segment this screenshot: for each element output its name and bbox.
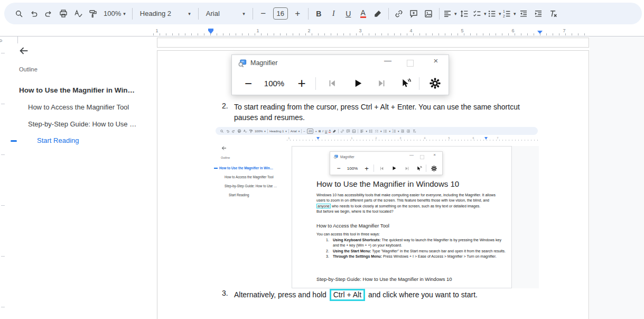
magnifier-window[interactable]: Magnifier — × − 100% + [231, 54, 449, 95]
previous-button[interactable] [323, 72, 341, 95]
skip-previous-icon [328, 79, 337, 88]
divider [338, 129, 339, 133]
line-spacing-button[interactable] [458, 6, 472, 21]
read-from-here-button[interactable] [396, 72, 416, 95]
link-icon [394, 9, 404, 19]
decrease-indent-icon [400, 129, 405, 133]
image-icon [424, 9, 433, 19]
embedded-screenshot-image[interactable]: 100%▾ Heading 1▾ Arial▾ − 20 + B I U A ▾… [213, 126, 539, 288]
magnifier-app-icon [238, 59, 247, 68]
settings-button[interactable] [425, 72, 444, 95]
close-outline-button[interactable] [18, 45, 30, 57]
paint-roller-icon [249, 129, 253, 133]
doc-paragraph-step3[interactable]: Alternatively, press and hold Ctrl + Alt… [234, 289, 530, 301]
outline-heading: Outline [19, 66, 38, 72]
maximize-button[interactable] [407, 60, 414, 67]
right-indent-marker [484, 137, 488, 140]
highlight-color-button[interactable] [371, 6, 385, 21]
decrease-indent-button[interactable] [517, 6, 531, 21]
bold-button[interactable]: B [312, 6, 326, 21]
minimize-button[interactable]: — [383, 56, 393, 65]
font-size-decrease-button[interactable]: − [256, 6, 270, 21]
toolbar-divider [388, 8, 389, 20]
add-comment-button[interactable] [407, 6, 421, 21]
step3-highlighted-text: Ctrl + Alt [330, 289, 365, 301]
zoom-in-button[interactable]: + [293, 72, 310, 95]
italic-button[interactable]: I [326, 6, 341, 21]
chevron-down-icon: ▾ [285, 130, 287, 133]
paint-format-button[interactable] [86, 6, 100, 21]
chevron-down-icon: ▾ [389, 130, 390, 133]
skip-next-icon [405, 166, 409, 171]
ruler-ticks [153, 33, 590, 35]
list-lead-bold: Using Keyboard Shortcuts: [333, 238, 381, 242]
ruler-number: 7 [497, 136, 499, 140]
chevron-down-icon: ▾ [380, 130, 382, 133]
styles-select[interactable]: Heading 2▾ [136, 6, 195, 21]
previous-button [377, 161, 386, 175]
bulleted-list-button[interactable]: ▾ [487, 6, 501, 21]
right-indent-marker[interactable] [537, 31, 543, 34]
ruler-number: 1 [255, 28, 260, 33]
align-button[interactable]: ▾ [443, 6, 457, 21]
toolbar-divider [198, 8, 199, 20]
bulleted-list-icon [487, 9, 497, 19]
top-toolbar: 100%▾ Heading 2▾ Arial▾ − 16 + B I U A ▾… [0, 0, 644, 28]
ruler-number: 4 [424, 136, 426, 140]
canvas-background [590, 37, 644, 319]
outline-item-how-to-use[interactable]: How to Use the Magnifier in Win… [19, 86, 135, 94]
list-lead-bold: Through the Settings Menu: [333, 254, 382, 258]
outline-item-how-to-access[interactable]: How to Access the Magnifier Tool [28, 103, 129, 111]
checklist-button[interactable]: ▾ [472, 6, 487, 21]
magnifier-controls: − 100% + [232, 72, 449, 95]
outline-item: How to Access the Magnifier Tool [225, 175, 274, 179]
text-color-icon: A [360, 10, 366, 18]
spellcheck-icon [243, 129, 247, 133]
redo-button[interactable] [41, 6, 55, 21]
print-icon [59, 9, 68, 19]
increase-indent-button[interactable] [531, 6, 546, 21]
insert-image-button[interactable] [422, 6, 436, 21]
vertical-ruler-corner [17, 37, 21, 43]
text-color-icon: A [329, 129, 331, 133]
search-icon [220, 129, 224, 133]
chevron-down-icon: ▾ [366, 130, 367, 133]
insert-link-button[interactable] [392, 6, 406, 21]
plus-icon: + [292, 8, 303, 19]
text-color-button[interactable]: A [356, 6, 370, 21]
numbered-list-button[interactable]: ▾ [502, 6, 516, 21]
chevron-down-icon: ▾ [298, 130, 300, 133]
play-button[interactable] [348, 72, 367, 95]
close-button[interactable]: × [431, 56, 441, 65]
font-size-field[interactable]: 16 [273, 7, 288, 20]
search-button[interactable] [12, 6, 26, 21]
font-select[interactable]: Arial▾ [202, 6, 249, 21]
font-value: Arial [291, 130, 297, 133]
spellcheck-button[interactable] [71, 6, 85, 21]
clear-formatting-button[interactable] [546, 6, 561, 21]
font-size-increase-button[interactable]: + [291, 6, 305, 21]
divider [358, 129, 358, 133]
doc-paragraph-step2[interactable]: To start reading from the cursor, press … [234, 102, 538, 123]
outline-item-start-reading[interactable]: Start Reading [37, 136, 79, 144]
underline-icon: U [325, 130, 327, 133]
outline-item: How to Use the Magnifier in Win… [219, 166, 273, 170]
zoom-out-button[interactable]: − [240, 72, 256, 95]
chevron-down-icon: ▾ [454, 11, 457, 16]
chevron-down-icon: ▾ [123, 11, 126, 16]
minimize-button: — [409, 152, 414, 157]
undo-button[interactable] [26, 6, 41, 21]
left-indent-marker[interactable] [208, 29, 213, 34]
outline-item-step-by-step[interactable]: Step-by-Step Guide: How to Use … [28, 120, 136, 128]
screenshot-canvas-background [512, 146, 539, 288]
magnifier-title-bar[interactable]: Magnifier [232, 55, 449, 71]
print-button[interactable] [56, 6, 70, 21]
next-button [402, 161, 412, 175]
screenshot-magnifier-window: Magnifier — × − 100% + [330, 151, 443, 175]
underline-button[interactable]: U [341, 6, 356, 21]
next-button[interactable] [372, 72, 390, 95]
toolbar-divider [308, 8, 309, 20]
vertical-ruler-ticks [1, 53, 5, 319]
list-item: 1. Using Keyboard Shortcuts: The quickes… [326, 238, 506, 249]
zoom-select[interactable]: 100%▾ [100, 6, 129, 21]
